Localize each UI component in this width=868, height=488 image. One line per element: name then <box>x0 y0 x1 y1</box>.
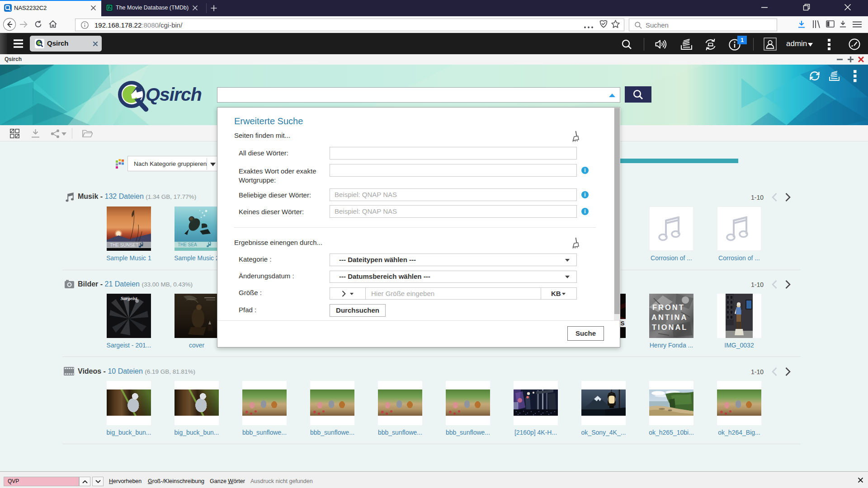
svg-text:Qsirch: Qsirch <box>146 84 202 105</box>
svg-text:FRONT: FRONT <box>652 303 685 311</box>
svg-text:THE SUNSET: THE SUNSET <box>110 243 138 248</box>
svg-text:ANTINA: ANTINA <box>651 313 688 321</box>
svg-text:TIONAL: TIONAL <box>652 323 688 331</box>
svg-text:S: S <box>621 320 625 327</box>
svg-text:THE SEA: THE SEA <box>178 242 197 247</box>
svg-text:Sargeist: Sargeist <box>121 296 138 301</box>
